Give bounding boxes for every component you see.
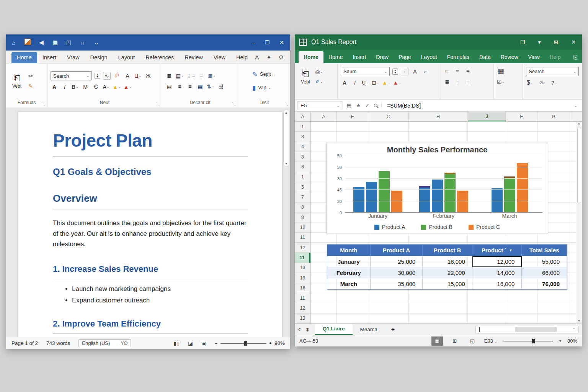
word-logo-icon[interactable]	[24, 39, 31, 46]
zoom-control[interactable]: – 90%	[215, 340, 285, 346]
bar-product-a[interactable]	[353, 187, 364, 212]
row-header-13[interactable]: 12	[295, 243, 310, 253]
column-header-G[interactable]: G	[537, 112, 570, 121]
ribbon-search-combo[interactable]: Search ⌄	[526, 67, 579, 76]
format-painter-icon[interactable]: ✎	[27, 82, 34, 90]
align-bottom-icon[interactable]: ≡	[464, 67, 472, 75]
row-header-8[interactable]: 7	[295, 192, 310, 202]
formula-expand-icon[interactable]: ⌄	[574, 103, 580, 108]
tab-insert-2[interactable]: Insert	[348, 51, 371, 63]
tab-page-4[interactable]: Page	[394, 51, 416, 63]
dialog-launcher-icon[interactable]: ⋱	[232, 100, 236, 108]
row-header-16[interactable]: 19	[295, 273, 310, 283]
zoom-in-icon[interactable]	[270, 342, 271, 344]
scroll-up-icon[interactable]: ▲	[285, 111, 288, 114]
save-icon[interactable]: ◳	[65, 39, 73, 46]
cell-january-3[interactable]: 12,000	[472, 256, 522, 267]
word-vertical-scrollbar[interactable]: ▲ ▾	[283, 109, 289, 167]
tab-review[interactable]: Review	[179, 52, 208, 63]
text-effects-icon[interactable]: A⌄	[102, 83, 110, 91]
row-header-1[interactable]: 1	[295, 122, 310, 132]
star-icon[interactable]: ★	[356, 103, 361, 108]
page-break-view-icon[interactable]: ◱	[467, 336, 478, 346]
sheet-nav-arrows-icon[interactable]: ⇞	[305, 327, 310, 333]
minimize-icon[interactable]: ▾	[538, 39, 541, 45]
bar-product-c[interactable]	[517, 163, 528, 212]
header-cell-3[interactable]: Product ´▼	[472, 245, 522, 256]
zoom-in-icon[interactable]: ▾	[559, 339, 561, 343]
page-layout-view-icon[interactable]: ⊞	[449, 336, 461, 346]
zoom-out-icon[interactable]: –	[215, 341, 217, 346]
share-icon[interactable]: ⎘	[573, 54, 582, 63]
line-spacing-icon[interactable]: ⇅⌄	[207, 83, 214, 90]
change-case-icon[interactable]: A	[124, 72, 131, 80]
bar-product-c[interactable]	[391, 191, 402, 212]
font-size-stepper[interactable]: ▲▼	[392, 69, 398, 75]
web-layout-icon[interactable]: ▣	[201, 340, 206, 346]
styles-button[interactable]: ✎ Sepjt ⌄	[250, 69, 278, 80]
format-painter-icon[interactable]: ⎙⌄	[315, 68, 323, 75]
sheet-tab-q1-liaire[interactable]: Q1 Liaire	[315, 324, 353, 335]
comments-icon[interactable]: Ω	[279, 54, 283, 61]
fill-color-icon[interactable]: ▲⌄	[382, 79, 390, 87]
tab-draw-3[interactable]: Draw	[371, 51, 394, 63]
name-box[interactable]: E5 ⌄	[297, 101, 343, 110]
excel-vertical-scrollbar[interactable]: ▲ ▼	[576, 122, 582, 323]
bar-product-b[interactable]	[504, 176, 515, 212]
maximize-icon[interactable]: ⊞	[554, 39, 559, 45]
zoom-slider-thumb[interactable]	[532, 339, 535, 343]
dialog-launcher-icon[interactable]: ⋱	[41, 100, 45, 108]
page-indicator[interactable]: Page 1 of 2	[11, 340, 38, 346]
table-icon[interactable]: ▦	[497, 67, 505, 75]
autosave-grid-icon[interactable]: ▦	[51, 39, 59, 46]
align-center-icon[interactable]: ≡	[176, 83, 183, 90]
speaker-icon[interactable]: ◀	[38, 39, 45, 46]
cell-march-2[interactable]: 15,000	[423, 278, 472, 289]
sort-icon[interactable]: ⇶	[217, 83, 225, 90]
align-center-icon[interactable]: ≡	[454, 78, 461, 86]
bar-product-a[interactable]	[366, 182, 377, 212]
cell-march-4[interactable]: 76,000	[522, 278, 567, 289]
scroll-down-icon[interactable]: ▾	[285, 162, 287, 165]
grow-font-icon[interactable]: A	[411, 68, 419, 75]
highlight-color-icon[interactable]: ▲⌄	[113, 83, 121, 91]
row-header-5[interactable]: 6	[295, 162, 310, 172]
bullet-list-icon[interactable]: ≔	[443, 67, 451, 75]
zoom-percent[interactable]: 90%	[274, 340, 285, 346]
numbered-list-icon[interactable]: ≣	[443, 78, 451, 86]
home-icon[interactable]: ⌂	[10, 39, 18, 46]
tab-design[interactable]: Design	[85, 52, 113, 63]
cell-february-4[interactable]: 66,000	[522, 267, 567, 278]
cell-february-2[interactable]: 22,000	[423, 267, 472, 278]
editing-button[interactable]: ▮ Vajt ⌄	[250, 83, 278, 93]
font-name-combo[interactable]: Search ⌄	[51, 71, 92, 80]
cell-february-3[interactable]: 14,000	[472, 267, 522, 278]
underline-style-icon[interactable]: Ц⌄	[134, 72, 142, 80]
formula-input[interactable]: =SUM(B5:DS]	[385, 103, 571, 109]
align-right-icon[interactable]: ≡	[186, 83, 194, 90]
dialog-launcher-icon[interactable]: ⋱	[284, 100, 288, 108]
font-color-icon[interactable]: ▲⌄	[393, 79, 402, 87]
row-header-7[interactable]: 5	[295, 182, 310, 192]
row-header-10[interactable]: 8	[295, 212, 310, 222]
cell-january-4[interactable]: 55,000	[522, 256, 567, 267]
italic-icon[interactable]: I	[351, 79, 359, 87]
language-selector[interactable]: English (US) ΥΘ	[78, 339, 131, 347]
close-icon[interactable]: ✕	[571, 39, 576, 45]
word-count[interactable]: 743 words	[46, 340, 70, 346]
columns-icon[interactable]: ▤	[347, 103, 351, 108]
filter-dropdown-icon[interactable]: ▼	[509, 248, 513, 252]
collapse-icon[interactable]: ⌃	[572, 328, 578, 332]
header-cell-4[interactable]: Total Sales	[522, 245, 567, 256]
paste-button[interactable]: ⎗ Vebt	[9, 72, 24, 90]
restore-icon[interactable]: ❐	[520, 39, 525, 45]
bar-product-c[interactable]	[457, 191, 468, 212]
close-icon[interactable]: ✕	[279, 39, 284, 46]
share-icon[interactable]: ✦	[266, 54, 271, 61]
undo-icon[interactable]: ʜ	[79, 39, 87, 46]
row-header-15[interactable]: 13	[295, 263, 310, 273]
paste-button[interactable]: ⎗ Vebl	[298, 67, 313, 86]
tab-formulas-6[interactable]: Formulas	[442, 51, 474, 63]
status-mode[interactable]: E03 ⌄	[484, 338, 497, 344]
tab-home[interactable]: Home	[11, 52, 37, 63]
